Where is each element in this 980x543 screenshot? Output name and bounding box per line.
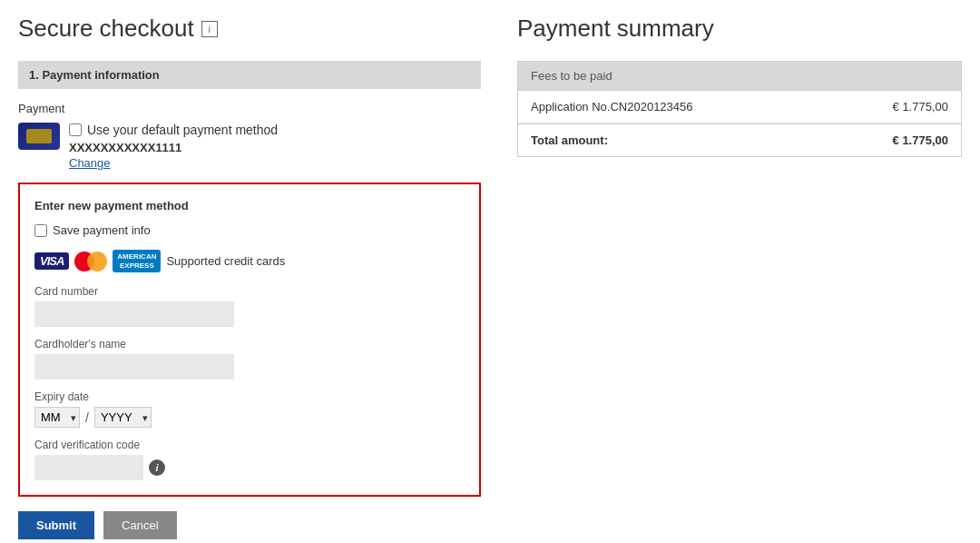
expiry-row: MM 010203 040506 070809 101112 / YYYY 20… [34,407,465,428]
default-payment-checkbox-row: Use your default payment method [69,123,278,137]
right-column: Payment summary Fees to be paid Applicat… [517,15,962,539]
default-payment-checkbox-label: Use your default payment method [87,123,278,137]
fees-header: Fees to be paid [518,62,961,91]
application-amount: € 1.775,00 [893,100,948,114]
total-label: Total amount: [531,133,608,147]
visa-logo: VISA [34,252,69,270]
default-payment-checkbox[interactable] [69,123,82,136]
year-select-wrapper: YYYY 202420252026 202720282029 2030 [94,407,152,428]
total-row: Total amount: € 1.775,00 [518,123,961,156]
card-logos: VISA AMERICANEXPRESS Supported credit ca… [34,250,465,272]
cardholder-input[interactable] [34,354,234,380]
mc-right [87,252,107,272]
cvv-input[interactable] [34,455,143,480]
change-link[interactable]: Change [69,156,278,170]
card-icon-inner [26,129,52,143]
section-header: 1. Payment information [18,61,481,89]
cvv-row: i [34,455,465,480]
mastercard-logo [74,251,107,272]
month-select-wrapper: MM 010203 040506 070809 101112 [34,407,80,428]
default-payment-row: Use your default payment method XXXXXXXX… [18,123,481,170]
default-payment-info: Use your default payment method XXXXXXXX… [69,123,278,170]
amex-logo: AMERICANEXPRESS [113,250,161,272]
card-number-input[interactable] [34,301,234,327]
cardholder-field-group: Cardholder's name [34,338,465,380]
payment-summary-box: Fees to be paid Application No.CN2020123… [517,61,962,157]
cvv-field-group: Card verification code i [34,439,465,480]
application-label: Application No.CN2020123456 [531,100,693,114]
new-payment-box: Enter new payment method Save payment in… [18,183,481,497]
left-column: Secure checkout i 1. Payment information… [18,15,481,539]
page-title: Secure checkout i [18,15,481,43]
card-number: XXXXXXXXXXX1111 [69,141,278,154]
cvv-info-icon[interactable]: i [149,459,165,476]
save-payment-row: Save payment info [34,223,465,237]
total-amount: € 1.775,00 [893,133,948,147]
expiry-month-select[interactable]: MM 010203 040506 070809 101112 [34,407,80,428]
cardholder-label: Cardholder's name [34,338,465,350]
save-payment-label: Save payment info [53,223,151,237]
expiry-field-group: Expiry date MM 010203 040506 070809 1011… [34,390,465,428]
info-icon[interactable]: i [201,21,218,37]
card-number-field-group: Card number [34,285,465,327]
application-row: Application No.CN2020123456 € 1.775,00 [518,91,961,123]
card-number-label: Card number [34,285,465,298]
payment-label: Payment [18,102,481,115]
supported-text: Supported credit cards [166,254,285,268]
expiry-label: Expiry date [34,390,465,403]
submit-button[interactable]: Submit [18,511,94,539]
cvv-label: Card verification code [34,439,465,451]
button-row: Submit Cancel [18,511,481,539]
save-payment-checkbox[interactable] [34,224,47,237]
payment-summary-title: Payment summary [517,15,962,43]
cancel-button[interactable]: Cancel [103,511,176,539]
new-payment-title: Enter new payment method [34,199,465,212]
card-icon [18,123,60,150]
expiry-year-select[interactable]: YYYY 202420252026 202720282029 2030 [94,407,152,428]
expiry-separator: / [85,410,89,425]
